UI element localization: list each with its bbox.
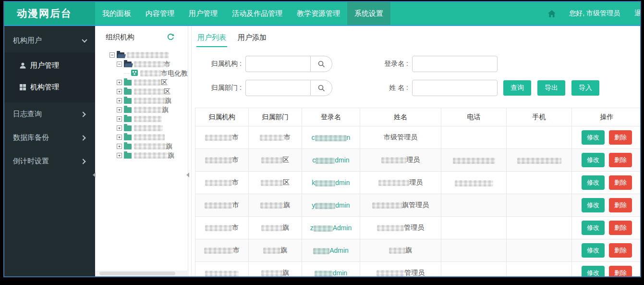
greeting-text: 您好, 市级管理员 xyxy=(569,9,620,18)
collapse-node-icon[interactable]: − xyxy=(109,52,115,58)
tree-node-label: 旗 xyxy=(165,97,171,105)
delete-button[interactable]: 删除 xyxy=(609,198,632,212)
org-search-input[interactable] xyxy=(245,56,310,72)
sidebar-group-db-backup[interactable]: 数据库备份 xyxy=(4,126,95,149)
tree-node[interactable]: + xyxy=(117,133,188,142)
chevron-down-icon xyxy=(82,37,87,42)
tree-node[interactable]: +区 xyxy=(117,87,188,96)
cell-login: zAdmin xyxy=(302,217,360,239)
expand-node-icon[interactable]: + xyxy=(117,153,122,158)
dept-search-button[interactable] xyxy=(310,80,332,96)
tree-node[interactable]: 市电化教 xyxy=(124,69,188,78)
expand-node-icon[interactable]: + xyxy=(117,80,122,85)
login-name-input[interactable] xyxy=(412,56,498,72)
cell-text: 区 xyxy=(282,156,289,163)
tab-user-add[interactable]: 用户添加 xyxy=(237,31,267,47)
cell-tel xyxy=(441,262,507,277)
redacted-text xyxy=(134,79,161,86)
scrollbar-thumb[interactable] xyxy=(99,272,175,275)
sidebar-item-user-management[interactable]: 用户管理 xyxy=(4,55,95,76)
sidebar-group-countdown[interactable]: 倒计时设置 xyxy=(4,149,95,173)
nav-item-content[interactable]: 内容管理 xyxy=(138,2,182,25)
delete-button[interactable]: 删除 xyxy=(609,175,632,190)
collapse-node-icon[interactable]: − xyxy=(117,62,122,67)
tree-node[interactable]: + xyxy=(117,114,188,124)
name-input[interactable] xyxy=(412,80,498,96)
sidebar-item-org-management[interactable]: 机构管理 xyxy=(4,76,95,98)
delete-button[interactable]: 删除 xyxy=(609,130,632,145)
tree-node[interactable]: + xyxy=(117,124,188,133)
export-button[interactable]: 导出 xyxy=(537,80,565,96)
delete-button[interactable]: 删除 xyxy=(609,243,632,258)
cell-name: 理员 xyxy=(360,172,441,194)
nav-item-resources[interactable]: 教学资源管理 xyxy=(290,2,347,25)
table-row: 市旗zAdmin管理员修改删除 xyxy=(195,217,641,239)
redacted-text xyxy=(455,180,493,186)
expand-node-icon[interactable]: + xyxy=(117,135,122,140)
edit-button[interactable]: 修改 xyxy=(582,153,605,167)
delete-button[interactable]: 删除 xyxy=(609,153,632,167)
app-window: 动漫网后台 我的面板 内容管理 用户管理 活动及作品管理 教学资源管理 系统设置… xyxy=(3,1,641,277)
redacted-text xyxy=(140,70,161,76)
refresh-icon[interactable] xyxy=(167,33,174,42)
delete-button[interactable]: 删除 xyxy=(609,266,632,276)
tree-node[interactable]: +旗 xyxy=(117,96,188,105)
horizontal-scrollbar[interactable] xyxy=(95,271,187,276)
expand-node-icon[interactable]: + xyxy=(117,98,122,103)
org-tree: −−市市电化教+区+区+旗+旗++++旗+旗 xyxy=(95,46,188,160)
sidebar-group-org-users[interactable]: 机构用户 xyxy=(4,29,95,52)
expand-node-icon[interactable]: + xyxy=(117,125,122,131)
redacted-text xyxy=(261,157,282,163)
redacted-text xyxy=(261,180,283,186)
expand-node-icon[interactable]: + xyxy=(117,107,122,112)
collapse-tree-arrow[interactable] xyxy=(186,173,189,177)
cell-org: 市 xyxy=(195,194,249,217)
edit-button[interactable]: 修改 xyxy=(582,130,605,145)
folder-icon xyxy=(124,153,132,159)
edit-button[interactable]: 修改 xyxy=(582,243,605,258)
edit-button[interactable]: 修改 xyxy=(582,198,605,212)
sidebar-submenu: 用户管理 机构管理 xyxy=(4,52,95,102)
expand-node-icon[interactable]: + xyxy=(117,116,122,122)
tree-node[interactable]: − xyxy=(109,50,188,60)
cell-org: 市 xyxy=(195,239,249,262)
edit-button[interactable]: 修改 xyxy=(582,175,605,190)
cell-actions: 修改删除 xyxy=(572,149,641,172)
home-icon[interactable] xyxy=(548,10,556,17)
tree-node[interactable]: +旗 xyxy=(117,142,188,151)
tree-node-label: 区 xyxy=(161,78,168,87)
folder-open-icon xyxy=(124,62,132,67)
expand-node-icon[interactable]: + xyxy=(117,144,122,149)
edit-button[interactable]: 修改 xyxy=(582,221,605,235)
import-button[interactable]: 导入 xyxy=(571,80,599,96)
nav-item-dashboard[interactable]: 我的面板 xyxy=(95,2,138,25)
cell-text: 旗管理员 xyxy=(402,201,429,209)
nav-item-users[interactable]: 用户管理 xyxy=(182,2,225,25)
logout-link[interactable]: 退出 xyxy=(634,9,641,18)
sidebar-group-logs[interactable]: 日志查询 xyxy=(4,102,95,126)
delete-button[interactable]: 删除 xyxy=(609,221,632,235)
org-search-button[interactable] xyxy=(310,56,332,72)
tree-node[interactable]: +区 xyxy=(117,78,188,87)
query-button[interactable]: 查询 xyxy=(503,80,531,96)
redacted-text xyxy=(205,202,232,209)
table-row: 市区cdmin理员修改删除 xyxy=(195,149,641,172)
cell-text: 市 xyxy=(232,223,239,231)
redacted-text xyxy=(205,157,232,163)
tree-node[interactable]: +旗 xyxy=(117,105,188,114)
nav-item-activities[interactable]: 活动及作品管理 xyxy=(225,2,290,25)
edit-button[interactable]: 修改 xyxy=(582,266,605,276)
redacted-text xyxy=(315,271,333,276)
nav-item-settings[interactable]: 系统设置 xyxy=(347,2,390,25)
chevron-right-icon xyxy=(80,112,85,117)
collapse-sidebar-arrow[interactable] xyxy=(93,173,96,177)
col-header-tel: 电话 xyxy=(441,108,507,126)
dept-search-input[interactable] xyxy=(245,80,310,96)
tree-node[interactable]: +旗 xyxy=(117,151,188,160)
expand-node-icon[interactable]: + xyxy=(117,89,122,94)
tree-node[interactable]: −市 xyxy=(117,60,188,69)
tab-user-list[interactable]: 用户列表 xyxy=(196,31,227,47)
redacted-text xyxy=(134,88,164,95)
cell-text: 区 xyxy=(283,178,290,186)
folder-icon xyxy=(124,80,132,86)
